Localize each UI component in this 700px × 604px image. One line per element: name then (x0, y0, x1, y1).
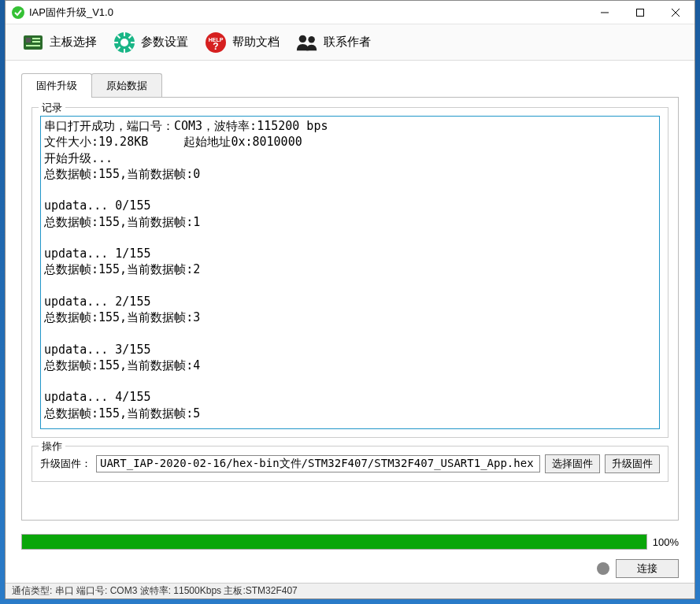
gear-icon (113, 31, 136, 54)
titlebar: IAP固件升级_V1.0 (6, 1, 694, 24)
toolbar-label: 参数设置 (141, 35, 188, 50)
window-title: IAP固件升级_V1.0 (29, 6, 113, 20)
toolbar-contact-author[interactable]: 联系作者 (287, 28, 379, 57)
svg-rect-6 (32, 38, 40, 39)
svg-point-10 (120, 39, 128, 46)
tab-content: 记录 串口打开成功，端口号：COM3，波特率:115200 bps 文件大小:1… (21, 97, 679, 521)
log-textarea[interactable]: 串口打开成功，端口号：COM3，波特率:115200 bps 文件大小:19.2… (40, 116, 660, 429)
statusbar: 通信类型: 串口 端口号: COM3 波特率: 11500Kbps 主板:STM… (6, 583, 694, 598)
toolbar-help-docs[interactable]: HELP? 帮助文档 (196, 28, 287, 57)
record-fieldset: 记录 串口打开成功，端口号：COM3，波特率:115200 bps 文件大小:1… (31, 107, 669, 438)
svg-point-22 (299, 35, 306, 42)
svg-rect-1 (636, 9, 643, 16)
svg-rect-8 (26, 45, 40, 46)
connect-row: 连接 (6, 556, 694, 583)
close-button[interactable] (657, 2, 693, 24)
app-icon (12, 6, 24, 19)
svg-text:?: ? (213, 41, 218, 52)
progress-percent-label: 100% (652, 536, 679, 548)
svg-point-23 (308, 36, 314, 43)
operation-legend: 操作 (39, 439, 65, 454)
statusbar-text: 通信类型: 串口 端口号: COM3 波特率: 11500Kbps 主板:STM… (12, 584, 298, 598)
browse-firmware-button[interactable]: 选择固件 (545, 454, 600, 473)
progress-fill (22, 535, 646, 549)
tab-raw-data[interactable]: 原始数据 (91, 73, 162, 98)
record-legend: 记录 (39, 101, 65, 115)
toolbar-label: 联系作者 (324, 35, 371, 50)
toolbar-label: 主板选择 (50, 35, 97, 50)
firmware-path-label: 升级固件： (40, 457, 91, 471)
toolbar-board-select[interactable]: 主板选择 (13, 28, 105, 57)
maximize-button[interactable] (622, 2, 657, 24)
connection-status-dot (597, 562, 609, 575)
minimize-button[interactable] (587, 2, 622, 24)
progress-bar (21, 534, 647, 550)
operation-fieldset: 操作 升级固件： 选择固件 升级固件 (31, 446, 669, 482)
toolbar-param-settings[interactable]: 参数设置 (105, 28, 196, 57)
firmware-path-input[interactable] (96, 455, 540, 472)
svg-rect-7 (32, 41, 40, 43)
board-icon (21, 31, 45, 54)
svg-rect-5 (26, 38, 31, 43)
toolbar-label: 帮助文档 (232, 35, 280, 50)
connect-button[interactable]: 连接 (616, 559, 679, 578)
app-window: IAP固件升级_V1.0 主板选择 参数设置 HELP? (5, 0, 695, 599)
upgrade-firmware-button[interactable]: 升级固件 (605, 454, 660, 473)
help-icon: HELP? (204, 31, 228, 54)
tab-firmware-upgrade[interactable]: 固件升级 (21, 73, 92, 98)
people-icon (295, 31, 319, 54)
tabs: 固件升级 原始数据 (6, 61, 694, 98)
progress-row: 100% (21, 534, 679, 550)
toolbar: 主板选择 参数设置 HELP? 帮助文档 联系作者 (6, 24, 694, 61)
